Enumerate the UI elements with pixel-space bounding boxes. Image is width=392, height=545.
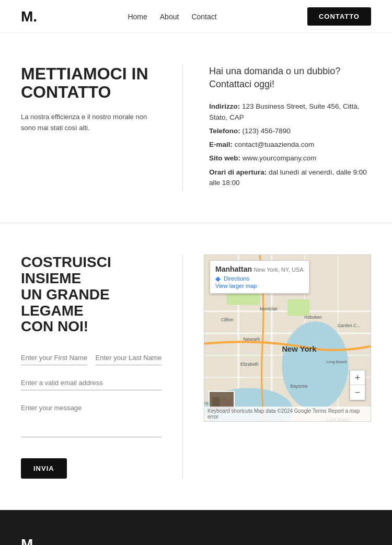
contact-info-section: METTIAMOCI IN CONTATTO La nostra efficie… <box>0 33 392 223</box>
svg-text:Clifton: Clifton <box>221 317 234 322</box>
logo: M. <box>21 9 37 24</box>
form-map-section: COSTRUISCI INSIEME UN GRANDE LEGAME CON … <box>0 223 392 510</box>
first-name-group <box>21 351 87 365</box>
cta-button[interactable]: CONTATTO <box>307 7 371 26</box>
message-textarea[interactable] <box>21 401 162 437</box>
svg-point-10 <box>282 321 348 410</box>
section1-left: METTIAMOCI IN CONTATTO La nostra efficie… <box>21 65 183 191</box>
navigation: Home About Contact <box>128 13 216 21</box>
svg-rect-3 <box>204 333 371 334</box>
footer-logo: M. <box>21 536 371 545</box>
svg-text:Elizabeth: Elizabeth <box>240 362 259 367</box>
first-name-input[interactable] <box>21 351 87 365</box>
svg-text:Hoboken: Hoboken <box>304 315 322 320</box>
svg-text:Long Beach: Long Beach <box>326 360 347 364</box>
view-larger-link[interactable]: View larger map <box>215 283 304 289</box>
svg-text:Garden C...: Garden C... <box>337 323 360 328</box>
section1-right: Hai una domanda o un dubbio? Contattaci … <box>204 65 371 191</box>
directions-link[interactable]: Directions <box>215 275 304 282</box>
zoom-in-button[interactable]: + <box>350 370 365 385</box>
name-row <box>21 351 162 365</box>
email-group <box>21 376 162 390</box>
email-input[interactable] <box>21 376 162 390</box>
map-container[interactable]: New York Newark Clifton Montclair Elizab… <box>204 254 371 422</box>
footer: M. INDIRIZZO 123 Business Street, Suite … <box>0 510 392 545</box>
submit-button[interactable]: INVIA <box>21 458 67 479</box>
message-group <box>21 401 162 437</box>
map-tooltip: Manhattan New York, NY, USA Directions V… <box>210 260 309 294</box>
map-area: New York Newark Clifton Montclair Elizab… <box>204 254 371 479</box>
email-detail: E-mail: contact@tuaazienda.com <box>209 140 371 150</box>
map-location-name: Manhattan <box>215 265 252 273</box>
main-title: METTIAMOCI IN CONTATTO <box>21 65 162 101</box>
nav-home[interactable]: Home <box>128 13 147 21</box>
svg-text:Bayonne: Bayonne <box>290 384 308 389</box>
header: M. Home About Contact CONTATTO <box>0 0 392 33</box>
phone-detail: Telefono: (123) 456-7890 <box>209 126 371 136</box>
nav-contact[interactable]: Contact <box>191 13 216 21</box>
subtitle-text: La nostra efficienza e il nostro morale … <box>21 112 162 134</box>
hours-detail: Orari di apertura: dal lunedì al venerdì… <box>209 167 371 189</box>
svg-text:New York: New York <box>282 345 317 354</box>
contact-heading: Hai una domanda o un dubbio? Contattaci … <box>209 65 371 91</box>
form-title: COSTRUISCI INSIEME UN GRANDE LEGAME CON … <box>21 254 162 335</box>
form-area: COSTRUISCI INSIEME UN GRANDE LEGAME CON … <box>21 254 183 479</box>
map-zoom-controls: + − <box>350 370 365 400</box>
map-footer: Keyboard shortcuts Map data ©2024 Google… <box>204 407 371 421</box>
website-detail: Sito web: www.yourcompany.com <box>209 153 371 164</box>
last-name-group <box>96 351 162 365</box>
svg-text:Newark: Newark <box>243 336 260 342</box>
map-sublocation: New York, NY, USA <box>253 266 303 273</box>
svg-rect-27 <box>212 397 220 408</box>
svg-rect-13 <box>287 299 309 316</box>
svg-text:Montclair: Montclair <box>260 306 278 311</box>
zoom-out-button[interactable]: − <box>350 385 365 400</box>
nav-about[interactable]: About <box>160 13 179 21</box>
address-detail: Indirizzo: 123 Business Street, Suite 45… <box>209 101 371 123</box>
last-name-input[interactable] <box>96 351 162 365</box>
